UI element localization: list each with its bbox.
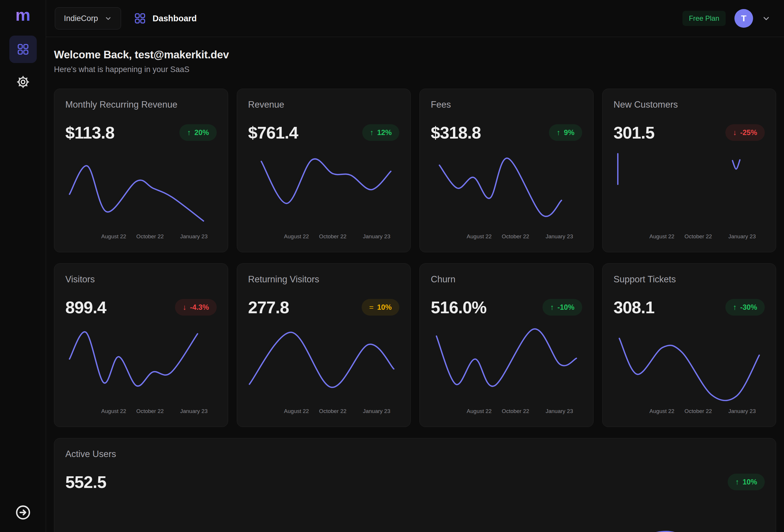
- card-title: Returning Visitors: [248, 274, 399, 285]
- arrow-right-circle-icon: [15, 504, 31, 521]
- sparkline-chart: August 22October 22January 23: [65, 147, 217, 245]
- x-axis-label: August 22: [649, 233, 675, 240]
- arrow-down-icon: ↓: [183, 303, 186, 312]
- chart-x-axis: August 22October 22January 23: [65, 408, 217, 416]
- chevron-down-icon: [105, 15, 112, 22]
- arrow-up-icon: ↑: [557, 128, 560, 137]
- team-selector-button[interactable]: IndieCorp: [55, 7, 121, 29]
- chevron-down-icon[interactable]: [762, 14, 771, 23]
- trend-badge: ↑ 9%: [549, 124, 582, 141]
- metric-card-support-tickets: Support Tickets 308.1 ↑ -30% August 22Oc…: [602, 263, 777, 427]
- metrics-grid: Monthly Recurring Revenue $113.8 ↑ 20% A…: [54, 89, 776, 532]
- card-title: New Customers: [614, 100, 765, 110]
- page-title: Dashboard: [152, 14, 197, 23]
- card-title: Visitors: [65, 274, 217, 285]
- x-axis-label: October 22: [136, 408, 164, 415]
- x-axis-label: January 23: [728, 408, 756, 415]
- plan-badge: Free Plan: [682, 11, 726, 26]
- x-axis-label: August 22: [649, 408, 675, 415]
- sidebar-item-dashboard[interactable]: [9, 35, 37, 63]
- makerkit-logo: m: [16, 6, 31, 23]
- card-value-row: 301.5 ↓ -25%: [614, 123, 765, 142]
- equals-icon: =: [369, 303, 374, 312]
- card-title: Fees: [431, 100, 582, 110]
- card-title: Revenue: [248, 100, 399, 110]
- arrow-up-icon: ↑: [370, 128, 374, 137]
- x-axis-label: August 22: [284, 233, 309, 240]
- sidebar-expand-button[interactable]: [15, 504, 31, 522]
- chart-x-axis: August 22October 22January 23: [431, 408, 582, 416]
- x-axis-label: January 23: [180, 233, 208, 240]
- arrow-down-icon: ↓: [733, 128, 737, 137]
- x-axis-label: October 22: [684, 408, 712, 415]
- card-value: 308.1: [614, 298, 654, 317]
- x-axis-label: October 22: [319, 408, 346, 415]
- card-value-row: 277.8 = 10%: [248, 298, 399, 317]
- trend-badge: ↑ -30%: [725, 299, 765, 315]
- trend-badge: ↓ -4.3%: [175, 299, 217, 315]
- x-axis-label: August 22: [101, 408, 126, 415]
- card-value-row: 308.1 ↑ -30%: [614, 298, 765, 317]
- chart-x-axis: August 22October 22January 23: [248, 233, 399, 241]
- sparkline-chart: August 22October 22January 23: [248, 147, 399, 245]
- metric-card-active-users: Active Users 552.5 ↑ 10%: [54, 438, 776, 532]
- x-axis-label: August 22: [101, 233, 126, 240]
- metric-card-revenue: Revenue $761.4 ↑ 12% August 22October 22…: [237, 89, 411, 252]
- sparkline-chart: [65, 497, 765, 532]
- metric-card-churn: Churn 516.0% ↑ -10% August 22October 22J…: [419, 263, 593, 427]
- sparkline-chart: August 22October 22January 23: [614, 322, 765, 420]
- card-value: $318.8: [431, 123, 481, 142]
- sparkline-chart: August 22October 22January 23: [65, 322, 217, 420]
- chart-x-axis: August 22October 22January 23: [431, 233, 582, 241]
- card-value: 277.8: [248, 298, 289, 317]
- x-axis-label: August 22: [284, 408, 309, 415]
- x-axis-label: October 22: [684, 233, 712, 240]
- x-axis-label: January 23: [546, 233, 573, 240]
- trend-badge: ↑ 10%: [728, 474, 765, 490]
- sparkline-chart: August 22October 22January 23: [614, 147, 765, 245]
- page-header: Dashboard: [134, 12, 197, 25]
- card-value-row: 899.4 ↓ -4.3%: [65, 298, 217, 317]
- card-value: $113.8: [65, 123, 114, 142]
- x-axis-label: October 22: [502, 408, 529, 415]
- sparkline-chart: August 22October 22January 23: [248, 322, 399, 420]
- metric-card-returning-visitors: Returning Visitors 277.8 = 10% August 22…: [237, 263, 411, 427]
- chart-x-axis: August 22October 22January 23: [65, 233, 217, 241]
- trend-badge: ↑ 12%: [362, 124, 399, 141]
- sidebar: m: [0, 0, 46, 532]
- dashboard-content: Welcome Back, test@makerkit.dev Here's w…: [46, 0, 784, 532]
- card-title: Monthly Recurring Revenue: [65, 100, 217, 110]
- chart-x-axis: August 22October 22January 23: [614, 408, 765, 416]
- card-value-row: $318.8 ↑ 9%: [431, 123, 582, 142]
- card-title: Active Users: [65, 449, 765, 459]
- welcome-subtitle: Here's what is happening in your SaaS: [54, 65, 776, 74]
- trend-badge: = 10%: [362, 299, 399, 315]
- trend-badge: ↑ 20%: [179, 124, 217, 141]
- metric-card-monthly-recurring-revenue: Monthly Recurring Revenue $113.8 ↑ 20% A…: [54, 89, 228, 252]
- arrow-up-icon: ↑: [550, 303, 554, 312]
- chart-x-axis: August 22October 22January 23: [614, 233, 765, 241]
- x-axis-label: January 23: [363, 408, 390, 415]
- metric-card-new-customers: New Customers 301.5 ↓ -25% August 22Octo…: [602, 89, 777, 252]
- metric-card-fees: Fees $318.8 ↑ 9% August 22October 22Janu…: [419, 89, 593, 252]
- top-bar: IndieCorp Dashboard Free Plan T: [46, 0, 784, 37]
- x-axis-label: August 22: [467, 408, 492, 415]
- gear-icon: [16, 75, 30, 89]
- trend-badge: ↑ -10%: [542, 299, 582, 315]
- sparkline-chart: August 22October 22January 23: [431, 147, 582, 245]
- arrow-up-icon: ↑: [187, 128, 191, 137]
- card-value: $761.4: [248, 123, 298, 142]
- metric-card-visitors: Visitors 899.4 ↓ -4.3% August 22October …: [54, 263, 228, 427]
- trend-badge: ↓ -25%: [725, 124, 765, 141]
- card-value-row: $113.8 ↑ 20%: [65, 123, 217, 142]
- welcome-heading: Welcome Back, test@makerkit.dev: [54, 49, 776, 61]
- x-axis-label: October 22: [136, 233, 164, 240]
- card-value: 301.5: [614, 123, 654, 142]
- team-name: IndieCorp: [64, 14, 98, 23]
- sparkline-chart: August 22October 22January 23: [431, 322, 582, 420]
- x-axis-label: January 23: [546, 408, 573, 415]
- x-axis-label: October 22: [502, 233, 529, 240]
- sidebar-item-settings[interactable]: [9, 68, 37, 96]
- x-axis-label: October 22: [319, 233, 346, 240]
- avatar[interactable]: T: [734, 9, 753, 28]
